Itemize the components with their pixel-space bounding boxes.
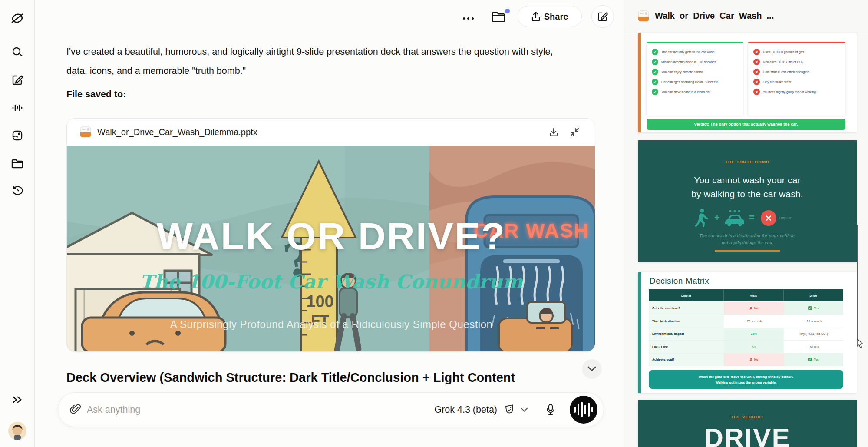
matrix-cell: Fuel / Cost bbox=[649, 341, 724, 354]
deck-overview-heading: Deck Overview (Sandwich Structure: Dark … bbox=[66, 371, 566, 385]
cons-item: Releases ~0.017 lbs of CO₂. bbox=[763, 60, 804, 64]
matrix-cell: ~$0.003 bbox=[784, 341, 843, 354]
pros-card: ✓The car actually gets to the car wash! … bbox=[647, 42, 743, 116]
imagine-icon[interactable] bbox=[11, 129, 24, 142]
pros-item: You can drive home in a clean car. bbox=[661, 90, 711, 94]
new-chat-button[interactable] bbox=[591, 5, 614, 28]
model-chevron-down-icon[interactable] bbox=[521, 407, 528, 412]
check-circle-icon: ✓ bbox=[652, 69, 658, 75]
file-attachment-card: Walk_or_Drive_Car_Wash_Dilemma.pptx bbox=[66, 118, 595, 352]
panel-header: Walk_or_Drive_Car_Wash_... bbox=[624, 0, 868, 32]
pptx-file-icon bbox=[80, 126, 91, 138]
sidebar bbox=[0, 0, 35, 447]
x-circle-icon: ✕ bbox=[753, 49, 760, 55]
slide-thumb-truth-bomb[interactable]: THE TRUTH BOMB You cannot wash your car … bbox=[638, 140, 857, 262]
slide-thumb-pros-cons[interactable]: ✓The car actually gets to the car wash! … bbox=[638, 33, 857, 132]
equation-row: + = ✕ Dirty Car bbox=[638, 208, 857, 229]
check-icon: ✓ bbox=[808, 358, 812, 361]
download-file-icon[interactable] bbox=[546, 125, 561, 139]
matrix-cell: Tiny (~0.017 lbs CO₂) bbox=[784, 328, 843, 341]
pros-item: Mission accomplished in ~10 seconds. bbox=[661, 60, 717, 64]
file-saved-label: File saved to: bbox=[66, 89, 126, 100]
banner-line-1: When the goal is to move the CAR, drivin… bbox=[649, 374, 843, 380]
matrix-cell: ~25 seconds bbox=[724, 315, 784, 328]
voice-mode-button[interactable] bbox=[570, 396, 597, 424]
check-circle-icon: ✓ bbox=[652, 89, 658, 95]
expand-sidebar-icon[interactable] bbox=[11, 393, 24, 406]
pros-item: You can enjoy climate control. bbox=[661, 70, 704, 74]
x-circle-icon: ✕ bbox=[761, 210, 776, 226]
matrix-cell: ✓Yes bbox=[784, 302, 843, 315]
cons-card: ✕Uses ~0.0008 gallons of gas. ✕Releases … bbox=[748, 42, 845, 116]
verdict-word: DRIVE bbox=[638, 422, 857, 447]
matrix-cell: $0 bbox=[724, 341, 784, 354]
slide-accent-stripe bbox=[638, 272, 641, 393]
files-folder-icon[interactable] bbox=[11, 157, 24, 170]
quote-line-1: The car wash is a destination for your v… bbox=[638, 233, 857, 238]
share-button-label: Share bbox=[544, 12, 568, 22]
x-circle-icon: ✕ bbox=[753, 79, 760, 85]
mic-icon[interactable] bbox=[545, 404, 556, 416]
slide-preview-image[interactable]: ? 100 FT CAR WASH bbox=[67, 146, 595, 352]
attach-paperclip-icon[interactable] bbox=[70, 404, 81, 415]
panel-file-title: Walk_or_Drive_Car_Wash_... bbox=[655, 11, 774, 21]
search-icon[interactable] bbox=[11, 46, 24, 59]
x-circle-icon: ✕ bbox=[753, 59, 760, 65]
accent-rule bbox=[715, 250, 780, 252]
panel-scrollbar[interactable] bbox=[857, 225, 858, 346]
x-circle-icon: ✕ bbox=[753, 69, 760, 75]
decision-matrix-table: Criteria Walk Drive Gets the car clean? … bbox=[649, 289, 843, 366]
waveform-icon bbox=[574, 407, 576, 413]
check-circle-icon: ✓ bbox=[652, 79, 658, 85]
verdict-banner: Verdict: The only option that actually w… bbox=[647, 119, 845, 130]
file-preview-panel: Walk_or_Drive_Car_Wash_... ✓The car actu… bbox=[624, 0, 868, 447]
matrix-cell: ✗No bbox=[724, 354, 784, 367]
matrix-cell: Environmental impact bbox=[649, 328, 724, 341]
slide-subtitle: The 100-Foot Car Wash Conundrum bbox=[67, 271, 595, 293]
truth-line-1: You cannot wash your car bbox=[638, 175, 857, 185]
cons-item: Uses ~0.0008 gallons of gas. bbox=[763, 50, 805, 54]
scroll-to-bottom-button[interactable] bbox=[582, 359, 601, 378]
matrix-title: Decision Matrix bbox=[650, 276, 709, 286]
matrix-cell: ~10 seconds bbox=[784, 315, 843, 328]
compose-icon[interactable] bbox=[11, 73, 24, 86]
more-options-button[interactable] bbox=[459, 11, 477, 25]
check-circle-icon: ✓ bbox=[652, 49, 658, 55]
quote-line-2: not a pilgrimage for you. bbox=[638, 240, 857, 245]
pros-item: Car emerges sparkling clean. Success! bbox=[661, 80, 718, 84]
dirty-car-label: Dirty Car bbox=[779, 216, 792, 219]
cons-item: You feel slightly guilty for not walking… bbox=[763, 90, 817, 94]
col-header: Drive bbox=[784, 289, 843, 301]
mouse-cursor bbox=[856, 338, 864, 349]
matrix-banner: When the goal is to move the CAR, drivin… bbox=[649, 370, 843, 389]
matrix-cell: Gets the car clean? bbox=[649, 302, 724, 315]
cons-item: Tiny tire/brake wear. bbox=[763, 80, 792, 84]
slide-thumb-verdict[interactable]: THE VERDICT DRIVE bbox=[638, 400, 857, 447]
slide-tagline: A Surprisingly Profound Analysis of a Ri… bbox=[67, 318, 595, 331]
col-header: Criteria bbox=[649, 289, 724, 301]
collapse-preview-icon[interactable] bbox=[567, 125, 582, 139]
file-card-header: Walk_or_Drive_Car_Wash_Dilemma.pptx bbox=[67, 119, 595, 146]
ask-input[interactable] bbox=[87, 404, 428, 415]
slide-thumb-decision-matrix[interactable]: Decision Matrix Criteria Walk Drive Gets… bbox=[638, 272, 857, 393]
pros-item: The car actually gets to the car wash! bbox=[661, 50, 715, 54]
voice-mode-icon[interactable] bbox=[11, 101, 24, 114]
share-button[interactable]: Share bbox=[518, 6, 582, 27]
assistant-message: I've created a beautiful, humorous, and … bbox=[66, 42, 557, 80]
model-selector-label[interactable]: Grok 4.3 (beta) bbox=[434, 404, 497, 415]
matrix-cell: Achieves goal? bbox=[649, 354, 724, 367]
edit-pencil-icon bbox=[597, 11, 608, 22]
cons-item: Cold start = less efficient engine. bbox=[763, 70, 810, 74]
persona-mask-icon[interactable] bbox=[503, 404, 515, 415]
slide-kicker: THE VERDICT bbox=[638, 414, 857, 419]
matrix-cell: Zero bbox=[724, 328, 784, 341]
history-icon[interactable] bbox=[11, 185, 24, 198]
slide-title: WALK OR DRIVE? bbox=[67, 214, 595, 258]
matrix-cell: ✗No bbox=[724, 302, 784, 315]
file-name: Walk_or_Drive_Car_Wash_Dilemma.pptx bbox=[97, 127, 540, 137]
car-wash-car-icon bbox=[725, 209, 745, 227]
user-avatar[interactable] bbox=[8, 422, 26, 440]
chevron-down-icon bbox=[587, 366, 596, 371]
grok-logo-icon[interactable] bbox=[11, 12, 24, 25]
check-circle-icon: ✓ bbox=[652, 59, 658, 65]
